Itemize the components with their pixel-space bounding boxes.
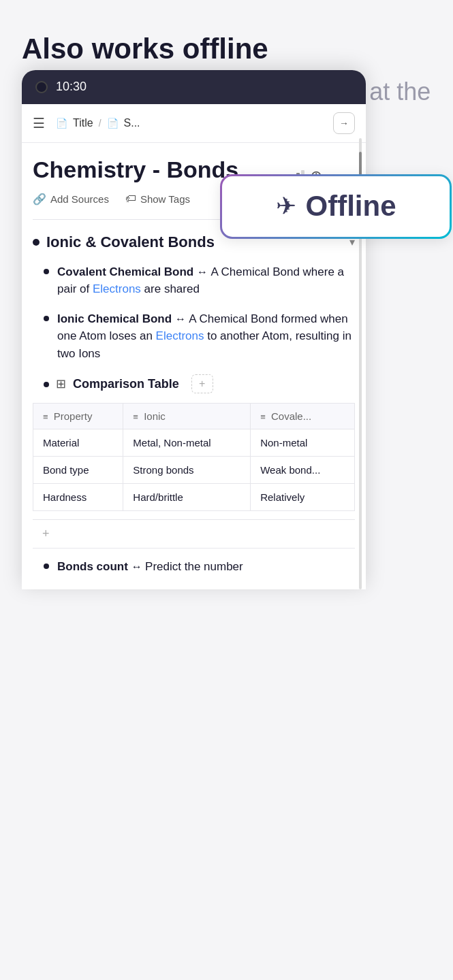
cell-material-ionic: Metal, Non-metal xyxy=(123,429,251,457)
section-bullet xyxy=(33,239,40,246)
link-icon: 🔗 xyxy=(33,193,46,206)
list-item: Covalent Chemical Bond ↔ A Chemical Bond… xyxy=(33,263,355,298)
item-1-term: Covalent Chemical Bond xyxy=(57,265,193,278)
col-ionic-label: Ionic xyxy=(144,410,166,422)
bonds-count-desc: Predict the number xyxy=(145,560,243,573)
add-row-button[interactable]: + xyxy=(33,519,355,548)
item-2-text: Ionic Chemical Bond ↔ A Chemical Bond fo… xyxy=(57,310,355,363)
hamburger-icon[interactable]: ☰ xyxy=(33,115,45,131)
item-2-term: Ionic Chemical Bond xyxy=(57,312,172,325)
col-icon-1: ≡ xyxy=(43,412,48,422)
cell-bondtype-prop: Bond type xyxy=(33,457,123,484)
breadcrumb-item-2[interactable]: S... xyxy=(124,117,140,129)
list-item: Ionic Chemical Bond ↔ A Chemical Bond fo… xyxy=(33,310,355,363)
cell-bondtype-cov: Weak bond... xyxy=(251,457,355,484)
cell-hardness-prop: Hardness xyxy=(33,484,123,511)
bottom-list-item: Bonds count ↔ Predict the number xyxy=(33,548,355,576)
table-heading: Comparison Table xyxy=(73,377,179,391)
item-1-text: Covalent Chemical Bond ↔ A Chemical Bond… xyxy=(57,263,355,298)
tag-icon: 🏷 xyxy=(125,193,136,205)
table-header-row: ≡ Property ≡ Ionic ≡ Covale... xyxy=(33,404,355,429)
add-sources-action[interactable]: 🔗 Add Sources xyxy=(33,193,109,206)
phone-area: ⊕ ✈ Offline 10:30 ☰ 📄 Title / 📄 S. xyxy=(22,167,431,589)
table-row: Material Metal, Non-metal Non-metal xyxy=(33,429,355,457)
item-1-link[interactable]: Electrons xyxy=(93,282,141,295)
col-covalent: ≡ Covale... xyxy=(251,404,355,429)
phone-screen: 10:30 ☰ 📄 Title / 📄 S... → Chemistry - B… xyxy=(22,70,366,589)
table-row: Hardness Hard/brittle Relatively xyxy=(33,484,355,511)
cell-hardness-cov: Relatively xyxy=(251,484,355,511)
doc-icon-1: 📄 xyxy=(56,118,67,129)
bottom-arrow: ↔ xyxy=(131,561,145,572)
hero-title: Also works offline xyxy=(22,33,431,65)
table-section-header: ⊞ Comparison Table + xyxy=(33,374,355,393)
col-icon-2: ≡ xyxy=(133,412,138,422)
col-property: ≡ Property xyxy=(33,404,123,429)
doc-icon-2: 📄 xyxy=(107,118,119,129)
camera-dot xyxy=(35,81,48,93)
add-sources-label: Add Sources xyxy=(50,193,109,205)
add-column-button[interactable]: + xyxy=(191,374,213,393)
breadcrumb-bar: ☰ 📄 Title / 📄 S... → xyxy=(22,104,366,143)
offline-badge-inner: ✈ Offline xyxy=(276,190,396,223)
offline-badge: ✈ Offline xyxy=(220,174,452,239)
bonds-count-term: Bonds count xyxy=(57,560,128,573)
show-tags-label: Show Tags xyxy=(140,193,190,205)
col-covalent-label: Covale... xyxy=(271,410,311,422)
item-2-link[interactable]: Electrons xyxy=(156,329,204,342)
cell-material-cov: Non-metal xyxy=(251,429,355,457)
cell-bondtype-ionic: Strong bonds xyxy=(123,457,251,484)
col-ionic: ≡ Ionic xyxy=(123,404,251,429)
bullet-1 xyxy=(44,269,49,274)
offline-label: Offline xyxy=(306,190,396,223)
bottom-bullet xyxy=(44,564,49,569)
table-row: Bond type Strong bonds Weak bond... xyxy=(33,457,355,484)
bullet-2 xyxy=(44,316,49,321)
comparison-table: ≡ Property ≡ Ionic ≡ Covale... xyxy=(33,403,355,511)
bottom-item-text: Bonds count ↔ Predict the number xyxy=(57,558,243,576)
show-tags-action[interactable]: 🏷 Show Tags xyxy=(125,193,190,206)
cell-material-prop: Material xyxy=(33,429,123,457)
table-grid-icon: ⊞ xyxy=(56,376,66,391)
breadcrumb-separator: / xyxy=(99,118,101,129)
breadcrumb-item-1[interactable]: Title xyxy=(73,117,93,129)
col-icon-3: ≡ xyxy=(260,412,266,422)
airplane-icon: ✈ xyxy=(276,192,296,220)
cell-hardness-ionic: Hard/brittle xyxy=(123,484,251,511)
col-property-label: Property xyxy=(54,410,93,422)
item-2-arrow: ↔ xyxy=(175,313,189,325)
status-bar: 10:30 xyxy=(22,70,366,104)
nav-arrow-button[interactable]: → xyxy=(333,112,355,134)
hero-section: Also works offline Always accessible not… xyxy=(0,0,453,589)
table-bullet xyxy=(44,382,49,387)
status-time: 10:30 xyxy=(56,80,87,94)
item-1-arrow: ↔ xyxy=(197,266,210,278)
